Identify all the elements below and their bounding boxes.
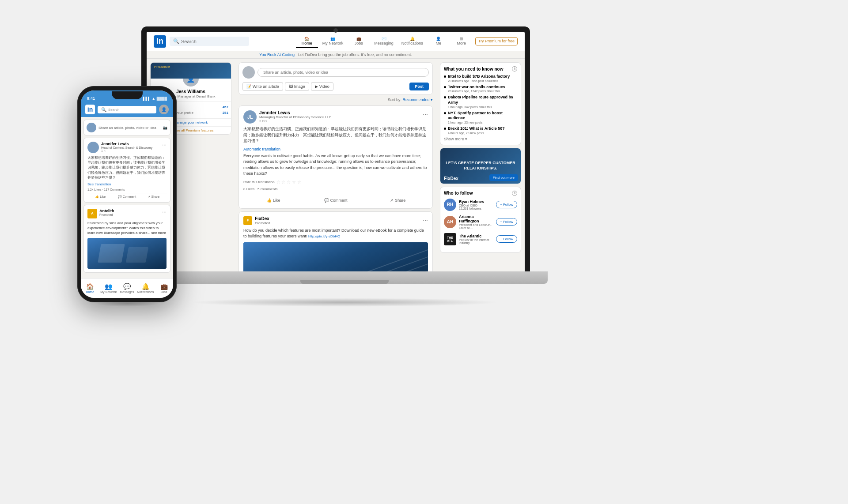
nav-messaging[interactable]: ✉️ Messaging [371,35,397,48]
image-button[interactable]: 🖼 Image [285,82,309,91]
try-premium-button[interactable]: Try Premium for free [475,37,518,45]
ad-banner-link[interactable]: You Rock At Coding [259,53,295,57]
news-meta-3: 1 hour ago, 342 posts about this [448,105,517,109]
follow-info-icon[interactable]: ℹ [512,191,517,196]
news-item-3[interactable]: Dakota Pipeline route approved by Army 1… [444,95,517,108]
escalator-line-2 [254,242,428,272]
main-content: 👤 Jess Williams Senior Manager at Denali… [147,59,525,271]
phone-post-more[interactable]: ··· [162,142,167,148]
video-icon: ▶ [315,84,318,89]
jobs-icon: 💼 [356,37,361,41]
nav-more[interactable]: ⊞ More [450,35,473,48]
sort-value[interactable]: Recommended ▾ [402,98,433,102]
phone-search-bar[interactable]: 🔍 Search [98,106,156,113]
news-item-2[interactable]: Twitter war on trolls continues 28 minut… [444,85,517,93]
phone-compose-placeholder[interactable]: Share an article, photo, video or idea [98,126,156,130]
post-more-2[interactable]: ··· [423,216,428,223]
who-to-follow-title: Who to follow ℹ [444,191,517,196]
image-icon: 🖼 [289,84,293,89]
follow-item-2: AH Arianna Huffington President and Edit… [444,214,517,229]
phone-post-header: Jennifer Lewis Head of Content, Search &… [87,142,167,153]
nav-me[interactable]: 👤 Me [428,35,450,48]
follow-button-2[interactable]: + Follow [496,218,517,226]
follow-button-1[interactable]: + Follow [496,201,517,208]
video-button[interactable]: ▶ Video [311,82,333,91]
phone-li-logo: in [85,105,95,114]
follow-button-3[interactable]: + Follow [496,235,517,243]
phone-navbar: in 🔍 Search 👤 [81,103,173,117]
news-item-4[interactable]: NYT, Spotify partner to boost audience 1… [444,111,517,124]
phone-see-translation[interactable]: See translation [87,182,167,186]
news-meta-5: 4 hours ago, 23 new posts [448,132,505,135]
escalator-line-3 [254,242,428,272]
news-bullet-3 [444,96,446,98]
comment-button-1[interactable]: 💬 Comment [306,197,366,204]
ad-cta-button[interactable]: Find out more [489,174,518,181]
phone-like-button[interactable]: 👍 Like [87,195,113,199]
post-button[interactable]: Post [409,83,429,90]
phone-status-icons: ▌▌▌ ▲ ▓▓▓▓ [143,97,167,101]
news-meta-1: 20 minutes ago · also post about this [448,79,510,83]
share-button-1[interactable]: ↗ Share [367,197,428,204]
nav-my-network[interactable]: 👥 My Network [319,35,347,48]
phone-nav-messages[interactable]: 💬 Messages [118,283,136,293]
ad-card: LET'S CREATE DEEPER CUSTOMER RELATIONSHI… [440,148,521,184]
right-panel: What you need to know now ℹ Intel to bui… [436,59,525,271]
comment-icon: 💬 [324,198,329,203]
post-link-2[interactable]: http://pin.it/y-sDbHQ [308,234,340,238]
phone-nav-home[interactable]: 🏠 Home [81,283,99,293]
news-title-1: Intel to build $7B Arizona factory [448,74,510,79]
promo-figure-1 [98,244,125,263]
phone-comment-button[interactable]: 💬 Comment [114,195,140,199]
profile-banner [151,63,231,79]
write-article-button[interactable]: 📝 Write an article [242,82,283,91]
news-bullet-5 [444,128,446,130]
news-item-5[interactable]: Brexit 101: What is Article 50? 4 hours … [444,126,517,135]
nav-jobs[interactable]: 💼 Jobs [348,35,370,48]
post-more-1[interactable]: ··· [423,110,428,117]
news-content-4: NYT, Spotify partner to boost audience 1… [448,111,517,124]
follow-name-2: Arianna Huffington [459,214,493,223]
ad-tagline: LET'S CREATE DEEPER CUSTOMER RELATIONSHI… [444,161,517,171]
sort-bar: Sort by: Recommended ▾ [238,98,433,102]
ad-logo: FixDex [444,176,458,181]
wifi-icon: ▲ [152,97,155,101]
connections-count: 457 [223,105,228,109]
phone-promo-more[interactable]: ··· [162,209,167,215]
home-icon: 🏠 [304,37,309,41]
auto-translation-label: Automatic translation [243,147,428,151]
like-button-1[interactable]: 👍 Like [243,197,304,204]
rate-translation: Rate this translation ☆ ☆ ☆ ☆ ☆ [243,180,428,184]
nav-notifications[interactable]: 🔔 Notifications [398,35,427,48]
post-actions-1: 👍 Like 💬 Comment ↗ Share [243,194,428,204]
phone-nav-network[interactable]: 👥 My Network [99,283,118,293]
post-translated-text-1: Everyone wants to cultivate good habits.… [243,153,428,177]
phone-promoted-header: A Antelith Promoted ··· [87,209,167,218]
article-icon: 📝 [246,84,251,89]
search-bar[interactable]: 🔍 Search [170,37,249,46]
star-rating[interactable]: ☆ ☆ ☆ ☆ ☆ [276,180,301,184]
phone-post-stats: 1.2k Likes · 117 Comments [87,188,167,191]
phone-compose-avatar [87,123,96,132]
follow-name-3: The Atlantic [459,234,493,238]
phone-camera-icon[interactable]: 📷 [163,126,167,130]
show-more-news[interactable]: Show more ▾ [444,137,517,141]
news-meta-4: 1 hour ago, 23 new posts [448,121,517,124]
post-body-2: How do you decide which features are mos… [243,228,428,240]
nav-home[interactable]: 🏠 Home [296,35,318,48]
phone-share-button[interactable]: ↗ Share [141,195,167,199]
phone-like-icon: 👍 [95,195,99,199]
phone-me-avatar[interactable]: 👤 [159,105,169,114]
laptop-screen: in 🔍 Search 🏠 Home 👥 My Network 💼 [147,32,525,271]
news-info-icon[interactable]: ℹ [512,66,517,71]
compose-input[interactable] [257,68,429,77]
phone-post-body: 大家都想培养好的生活习惯。正如我们都知道的：早起能让我们拥有更多时间；读书能让我… [87,155,167,180]
linkedin-logo: in [154,35,166,48]
ad-image: LET'S CREATE DEEPER CUSTOMER RELATIONSHI… [440,148,521,184]
phone-nav-notifications[interactable]: 🔔 Notifications [136,283,155,293]
phone-feed: Share an article, photo, video or idea 📷… [81,117,173,278]
phone-nav-jobs[interactable]: 💼 Jobs [155,283,173,293]
news-title-2: Twitter war on trolls continues [448,85,505,90]
notifications-icon: 🔔 [410,37,415,41]
news-item-1[interactable]: Intel to build $7B Arizona factory 20 mi… [444,74,517,83]
